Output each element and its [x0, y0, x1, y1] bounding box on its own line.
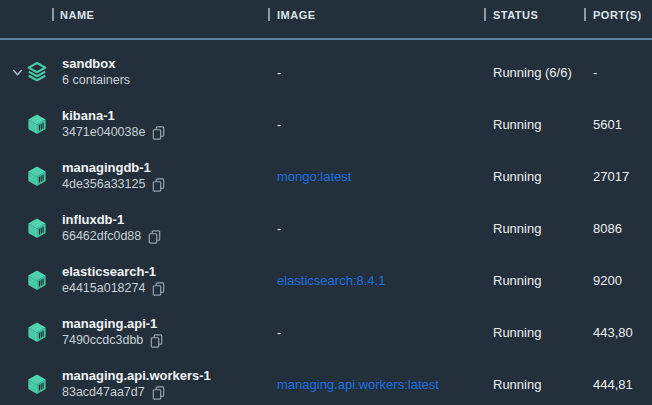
- containers-table: NAME IMAGE STATUS PORT(S): [0, 0, 652, 405]
- copy-icon[interactable]: [152, 386, 165, 400]
- row-icon-cell: [0, 98, 62, 150]
- copy-icon[interactable]: [152, 126, 165, 140]
- row-status-cell: Running: [493, 98, 593, 150]
- copy-icon[interactable]: [152, 282, 165, 296]
- column-header-image: IMAGE: [277, 0, 493, 38]
- table-row[interactable]: influxdb-1 66462dfc0d88 - Running 8086: [0, 202, 652, 254]
- row-image: -: [277, 65, 281, 80]
- row-name: managing.api-1: [62, 315, 277, 332]
- column-resize-handle[interactable]: [484, 8, 486, 21]
- column-header-name: NAME: [0, 0, 277, 38]
- row-ports: 9200: [593, 273, 622, 288]
- row-status: Running (6/6): [493, 65, 572, 80]
- row-subline: 83acd47aa7d7: [62, 384, 277, 401]
- row-ports: 443,80: [593, 325, 633, 340]
- table-body: sandbox 6 containers - Running (6/6) -: [0, 40, 652, 405]
- row-ports-cell: -: [593, 46, 652, 98]
- row-name-cell: managing.api-1 7490ccdc3dbb: [62, 306, 277, 358]
- row-subline: 4de356a33125: [62, 176, 277, 193]
- container-cube-icon: [26, 217, 48, 239]
- row-name: managingdb-1: [62, 159, 277, 176]
- row-name-cell: elasticsearch-1 e4415a018274: [62, 254, 277, 306]
- row-image-cell: -: [277, 98, 493, 150]
- copy-icon[interactable]: [150, 334, 163, 348]
- row-ports-cell: 27017: [593, 150, 652, 202]
- table-row[interactable]: sandbox 6 containers - Running (6/6) -: [0, 46, 652, 98]
- column-resize-handle[interactable]: [52, 8, 54, 21]
- row-ports-cell: 9200: [593, 254, 652, 306]
- copy-icon[interactable]: [148, 230, 161, 244]
- column-resize-handle[interactable]: [268, 8, 270, 21]
- row-status: Running: [493, 273, 541, 288]
- row-ports-cell: 444,81: [593, 358, 652, 405]
- row-ports: -: [593, 65, 597, 80]
- column-header-ports: PORT(S): [593, 0, 652, 38]
- row-image-cell: -: [277, 46, 493, 98]
- row-image-cell: -: [277, 202, 493, 254]
- row-subline: e4415a018274: [62, 280, 277, 297]
- row-image-cell: managing.api.workers:latest: [277, 358, 493, 405]
- container-cube-icon: [26, 373, 48, 395]
- row-image: -: [277, 117, 281, 132]
- column-header-ports-label: PORT(S): [593, 9, 642, 21]
- row-status: Running: [493, 377, 541, 392]
- row-name: kibana-1: [62, 107, 277, 124]
- row-image-cell: -: [277, 306, 493, 358]
- row-name-cell: sandbox 6 containers: [62, 46, 277, 98]
- container-cube-icon: [26, 165, 48, 187]
- row-name: managing.api.workers-1: [62, 367, 277, 384]
- row-subline: 7490ccdc3dbb: [62, 332, 277, 349]
- row-name: influxdb-1: [62, 211, 277, 228]
- row-sub: e4415a018274: [62, 280, 145, 297]
- row-status-cell: Running: [493, 202, 593, 254]
- table-row[interactable]: managing.api.workers-1 83acd47aa7d7 mana…: [0, 358, 652, 405]
- row-image-cell: elasticsearch:8.4.1: [277, 254, 493, 306]
- row-status: Running: [493, 117, 541, 132]
- row-sub: 66462dfc0d88: [62, 228, 141, 245]
- row-icon-cell: [0, 150, 62, 202]
- row-sub: 4de356a33125: [62, 176, 145, 193]
- row-ports: 5601: [593, 117, 622, 132]
- row-image: -: [277, 221, 281, 236]
- row-image[interactable]: elasticsearch:8.4.1: [277, 273, 385, 288]
- row-status-cell: Running (6/6): [493, 46, 593, 98]
- table-header: NAME IMAGE STATUS PORT(S): [0, 0, 652, 40]
- row-image: -: [277, 325, 281, 340]
- row-subline: 6 containers: [62, 72, 277, 89]
- row-subline: 66462dfc0d88: [62, 228, 277, 245]
- row-name: elasticsearch-1: [62, 263, 277, 280]
- row-sub: 83acd47aa7d7: [62, 384, 145, 401]
- container-cube-icon: [26, 113, 48, 135]
- row-status: Running: [493, 169, 541, 184]
- container-cube-icon: [26, 269, 48, 291]
- table-row[interactable]: kibana-1 3471e040038e - Running 5601: [0, 98, 652, 150]
- container-cube-icon: [26, 321, 48, 343]
- column-header-status: STATUS: [493, 0, 593, 38]
- row-ports: 8086: [593, 221, 622, 236]
- table-row[interactable]: elasticsearch-1 e4415a018274 elasticsear…: [0, 254, 652, 306]
- row-icon-cell: [0, 358, 62, 405]
- row-status-cell: Running: [493, 306, 593, 358]
- row-status-cell: Running: [493, 150, 593, 202]
- row-status-cell: Running: [493, 254, 593, 306]
- row-status-cell: Running: [493, 358, 593, 405]
- column-resize-handle[interactable]: [584, 8, 586, 21]
- row-image[interactable]: managing.api.workers:latest: [277, 377, 439, 392]
- chevron-down-icon[interactable]: [11, 66, 24, 79]
- layers-icon: [26, 61, 48, 83]
- row-image[interactable]: mongo:latest: [277, 169, 351, 184]
- row-name-cell: managing.api.workers-1 83acd47aa7d7: [62, 358, 277, 405]
- column-header-image-label: IMAGE: [277, 9, 316, 21]
- row-name-cell: kibana-1 3471e040038e: [62, 98, 277, 150]
- row-icon-cell: [0, 202, 62, 254]
- row-name-cell: influxdb-1 66462dfc0d88: [62, 202, 277, 254]
- row-name-cell: managingdb-1 4de356a33125: [62, 150, 277, 202]
- table-row[interactable]: managing.api-1 7490ccdc3dbb - Running 44…: [0, 306, 652, 358]
- row-ports-cell: 8086: [593, 202, 652, 254]
- copy-icon[interactable]: [152, 178, 165, 192]
- row-ports: 444,81: [593, 377, 633, 392]
- row-subline: 3471e040038e: [62, 124, 277, 141]
- table-row[interactable]: managingdb-1 4de356a33125 mongo:latest R…: [0, 150, 652, 202]
- row-icon-cell: [0, 254, 62, 306]
- row-icon-cell: [0, 306, 62, 358]
